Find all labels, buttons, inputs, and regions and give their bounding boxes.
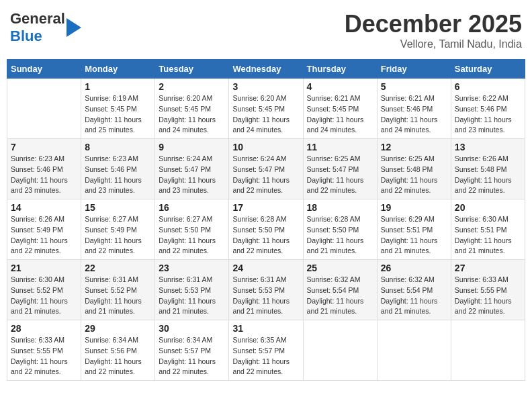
day-number: 15: [85, 202, 151, 213]
day-number: 5: [381, 81, 447, 92]
cell-info: Sunrise: 6:32 AM Sunset: 5:54 PM Dayligh…: [307, 275, 373, 317]
calendar-cell: 27Sunrise: 6:33 AM Sunset: 5:55 PM Dayli…: [451, 260, 525, 320]
day-number: 13: [455, 142, 521, 152]
cell-info: Sunrise: 6:25 AM Sunset: 5:48 PM Dayligh…: [381, 154, 447, 196]
day-number: 8: [85, 142, 151, 152]
day-of-week-header: Monday: [81, 60, 155, 79]
calendar-cell: 12Sunrise: 6:25 AM Sunset: 5:48 PM Dayli…: [377, 139, 451, 199]
calendar-cell: 7Sunrise: 6:23 AM Sunset: 5:46 PM Daylig…: [7, 139, 81, 199]
calendar-week-row: 1Sunrise: 6:19 AM Sunset: 5:45 PM Daylig…: [7, 79, 525, 139]
calendar-cell: 11Sunrise: 6:25 AM Sunset: 5:47 PM Dayli…: [303, 139, 377, 199]
calendar-cell: 2Sunrise: 6:20 AM Sunset: 5:45 PM Daylig…: [155, 79, 229, 139]
day-number: 18: [307, 202, 373, 213]
cell-info: Sunrise: 6:30 AM Sunset: 5:51 PM Dayligh…: [455, 214, 521, 257]
logo-blue: Blue: [10, 28, 42, 44]
calendar-cell: 31Sunrise: 6:35 AM Sunset: 5:57 PM Dayli…: [229, 320, 303, 381]
calendar-cell: 6Sunrise: 6:22 AM Sunset: 5:46 PM Daylig…: [451, 79, 525, 139]
day-number: 3: [232, 81, 299, 92]
day-number: 1: [85, 81, 151, 92]
day-number: 20: [455, 202, 521, 213]
logo-text: General Blue: [10, 10, 65, 45]
calendar-week-row: 7Sunrise: 6:23 AM Sunset: 5:46 PM Daylig…: [7, 139, 525, 199]
calendar-cell: [7, 79, 81, 139]
cell-info: Sunrise: 6:29 AM Sunset: 5:51 PM Dayligh…: [381, 214, 447, 257]
calendar-cell: 20Sunrise: 6:30 AM Sunset: 5:51 PM Dayli…: [451, 199, 525, 260]
cell-info: Sunrise: 6:23 AM Sunset: 5:46 PM Dayligh…: [85, 154, 151, 196]
calendar-cell: 8Sunrise: 6:23 AM Sunset: 5:46 PM Daylig…: [81, 139, 155, 199]
cell-info: Sunrise: 6:35 AM Sunset: 5:57 PM Dayligh…: [232, 335, 299, 377]
title-block: December 2025 Vellore, Tamil Nadu, India: [345, 10, 522, 50]
calendar-cell: 26Sunrise: 6:32 AM Sunset: 5:54 PM Dayli…: [377, 260, 451, 320]
calendar-cell: 18Sunrise: 6:28 AM Sunset: 5:50 PM Dayli…: [303, 199, 377, 260]
cell-info: Sunrise: 6:27 AM Sunset: 5:49 PM Dayligh…: [85, 214, 151, 257]
logo-icon: [66, 18, 81, 37]
calendar-cell: 14Sunrise: 6:26 AM Sunset: 5:49 PM Dayli…: [7, 199, 81, 260]
day-number: 10: [232, 142, 299, 152]
cell-info: Sunrise: 6:32 AM Sunset: 5:54 PM Dayligh…: [381, 275, 447, 317]
day-number: 25: [307, 263, 373, 273]
cell-info: Sunrise: 6:34 AM Sunset: 5:57 PM Dayligh…: [159, 335, 225, 377]
cell-info: Sunrise: 6:25 AM Sunset: 5:47 PM Dayligh…: [307, 154, 373, 196]
cell-info: Sunrise: 6:33 AM Sunset: 5:55 PM Dayligh…: [11, 335, 77, 377]
day-number: 2: [159, 81, 225, 92]
cell-info: Sunrise: 6:19 AM Sunset: 5:45 PM Dayligh…: [85, 93, 151, 136]
day-number: 27: [455, 263, 521, 273]
day-number: 26: [381, 263, 447, 273]
calendar-cell: 21Sunrise: 6:30 AM Sunset: 5:52 PM Dayli…: [7, 260, 81, 320]
calendar-cell: 1Sunrise: 6:19 AM Sunset: 5:45 PM Daylig…: [81, 79, 155, 139]
subtitle: Vellore, Tamil Nadu, India: [345, 38, 522, 50]
cell-info: Sunrise: 6:22 AM Sunset: 5:46 PM Dayligh…: [455, 93, 521, 136]
calendar-cell: 19Sunrise: 6:29 AM Sunset: 5:51 PM Dayli…: [377, 199, 451, 260]
day-number: 19: [381, 202, 447, 213]
day-number: 7: [11, 142, 77, 152]
calendar-cell: 5Sunrise: 6:21 AM Sunset: 5:46 PM Daylig…: [377, 79, 451, 139]
calendar-cell: 10Sunrise: 6:24 AM Sunset: 5:47 PM Dayli…: [229, 139, 303, 199]
day-number: 30: [159, 323, 225, 334]
cell-info: Sunrise: 6:24 AM Sunset: 5:47 PM Dayligh…: [232, 154, 299, 196]
day-number: 12: [381, 142, 447, 152]
cell-info: Sunrise: 6:31 AM Sunset: 5:53 PM Dayligh…: [159, 275, 225, 317]
calendar-cell: 22Sunrise: 6:31 AM Sunset: 5:52 PM Dayli…: [81, 260, 155, 320]
day-number: 11: [307, 142, 373, 152]
day-number: 17: [232, 202, 299, 213]
cell-info: Sunrise: 6:21 AM Sunset: 5:45 PM Dayligh…: [307, 93, 373, 136]
calendar-week-row: 21Sunrise: 6:30 AM Sunset: 5:52 PM Dayli…: [7, 260, 525, 320]
calendar-cell: 16Sunrise: 6:27 AM Sunset: 5:50 PM Dayli…: [155, 199, 229, 260]
calendar-cell: 3Sunrise: 6:20 AM Sunset: 5:45 PM Daylig…: [229, 79, 303, 139]
cell-info: Sunrise: 6:26 AM Sunset: 5:49 PM Dayligh…: [11, 214, 77, 257]
cell-info: Sunrise: 6:28 AM Sunset: 5:50 PM Dayligh…: [232, 214, 299, 257]
calendar-table: SundayMondayTuesdayWednesdayThursdayFrid…: [7, 59, 525, 381]
page-header: General Blue December 2025 Vellore, Tami…: [7, 7, 525, 54]
day-number: 23: [159, 263, 225, 273]
day-of-week-header: Saturday: [451, 60, 525, 79]
day-of-week-header: Sunday: [7, 60, 81, 79]
calendar-cell: [377, 320, 451, 381]
calendar-cell: 30Sunrise: 6:34 AM Sunset: 5:57 PM Dayli…: [155, 320, 229, 381]
calendar-cell: 24Sunrise: 6:31 AM Sunset: 5:53 PM Dayli…: [229, 260, 303, 320]
day-number: 31: [232, 323, 299, 334]
cell-info: Sunrise: 6:31 AM Sunset: 5:53 PM Dayligh…: [232, 275, 299, 317]
calendar-cell: 13Sunrise: 6:26 AM Sunset: 5:48 PM Dayli…: [451, 139, 525, 199]
cell-info: Sunrise: 6:34 AM Sunset: 5:56 PM Dayligh…: [85, 335, 151, 377]
calendar-cell: 25Sunrise: 6:32 AM Sunset: 5:54 PM Dayli…: [303, 260, 377, 320]
day-of-week-header: Friday: [377, 60, 451, 79]
day-number: 28: [11, 323, 77, 334]
logo-general: General: [10, 10, 65, 27]
calendar-cell: 23Sunrise: 6:31 AM Sunset: 5:53 PM Dayli…: [155, 260, 229, 320]
day-number: 29: [85, 323, 151, 334]
calendar-week-row: 14Sunrise: 6:26 AM Sunset: 5:49 PM Dayli…: [7, 199, 525, 260]
cell-info: Sunrise: 6:33 AM Sunset: 5:55 PM Dayligh…: [455, 275, 521, 317]
calendar-cell: [451, 320, 525, 381]
cell-info: Sunrise: 6:23 AM Sunset: 5:46 PM Dayligh…: [11, 154, 77, 196]
day-of-week-header: Tuesday: [155, 60, 229, 79]
day-of-week-header: Wednesday: [229, 60, 303, 79]
svg-marker-0: [66, 18, 81, 37]
calendar-cell: 29Sunrise: 6:34 AM Sunset: 5:56 PM Dayli…: [81, 320, 155, 381]
calendar-week-row: 28Sunrise: 6:33 AM Sunset: 5:55 PM Dayli…: [7, 320, 525, 381]
calendar-cell: 15Sunrise: 6:27 AM Sunset: 5:49 PM Dayli…: [81, 199, 155, 260]
calendar-cell: 4Sunrise: 6:21 AM Sunset: 5:45 PM Daylig…: [303, 79, 377, 139]
calendar-cell: 28Sunrise: 6:33 AM Sunset: 5:55 PM Dayli…: [7, 320, 81, 381]
calendar-header-row: SundayMondayTuesdayWednesdayThursdayFrid…: [7, 60, 525, 79]
cell-info: Sunrise: 6:26 AM Sunset: 5:48 PM Dayligh…: [455, 154, 521, 196]
day-number: 14: [11, 202, 77, 213]
